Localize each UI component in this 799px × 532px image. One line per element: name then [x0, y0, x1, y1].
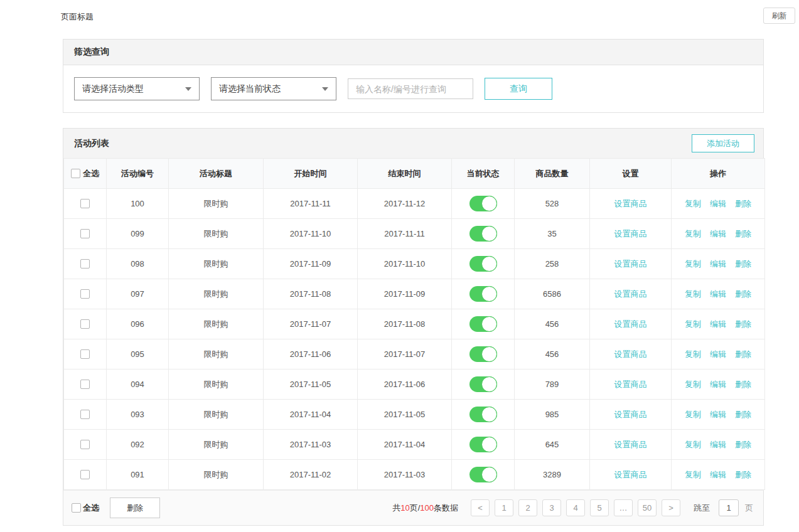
records-summary: 共10页/100条数据	[392, 503, 458, 514]
status-toggle[interactable]	[469, 316, 497, 332]
delete-link[interactable]: 删除	[735, 380, 751, 389]
status-toggle[interactable]	[469, 256, 497, 272]
row-start-date: 2017-11-04	[264, 400, 358, 430]
set-products-link[interactable]: 设置商品	[614, 410, 647, 419]
set-products-link[interactable]: 设置商品	[614, 440, 647, 449]
row-ops-cell: 复制编辑删除	[672, 460, 765, 490]
pagination-area: 共10页/100条数据 <12345…50> 跳至 页	[392, 499, 753, 516]
footer-delete-button[interactable]: 删除	[110, 497, 160, 518]
page-button[interactable]: 2	[518, 499, 537, 516]
edit-link[interactable]: 编辑	[710, 319, 726, 329]
row-checkbox[interactable]	[80, 440, 90, 449]
row-checkbox[interactable]	[80, 470, 90, 479]
row-checkbox[interactable]	[80, 349, 90, 359]
page-button[interactable]: 50	[638, 499, 657, 516]
page-button[interactable]: >	[662, 499, 680, 516]
column-header-id: 活动编号	[107, 159, 169, 189]
activity-type-select[interactable]: 请选择活动类型	[74, 77, 200, 100]
search-input[interactable]	[348, 78, 473, 99]
edit-link[interactable]: 编辑	[710, 470, 726, 479]
copy-link[interactable]: 复制	[685, 319, 701, 329]
status-toggle[interactable]	[469, 286, 497, 302]
set-products-link[interactable]: 设置商品	[614, 470, 647, 479]
row-status-cell	[452, 279, 515, 309]
row-checkbox[interactable]	[80, 199, 90, 208]
status-toggle[interactable]	[469, 376, 497, 392]
row-count: 645	[515, 430, 590, 460]
page-button[interactable]: <	[471, 499, 490, 516]
page-button[interactable]: 5	[590, 499, 609, 516]
copy-link[interactable]: 复制	[685, 349, 701, 359]
set-products-link[interactable]: 设置商品	[614, 349, 647, 359]
row-checkbox[interactable]	[80, 229, 90, 238]
page-button[interactable]: 3	[542, 499, 561, 516]
row-checkbox[interactable]	[80, 410, 90, 419]
status-toggle[interactable]	[469, 407, 497, 422]
status-toggle[interactable]	[469, 226, 497, 242]
summary-pages: 10	[400, 503, 409, 513]
set-products-link[interactable]: 设置商品	[614, 259, 647, 269]
edit-link[interactable]: 编辑	[710, 349, 726, 359]
row-ops-cell: 复制编辑删除	[672, 430, 765, 460]
refresh-button[interactable]: 刷新	[763, 8, 795, 24]
set-products-link[interactable]: 设置商品	[614, 199, 647, 208]
search-button[interactable]: 查询	[485, 78, 552, 100]
add-activity-button[interactable]: 添加活动	[692, 134, 754, 152]
set-products-link[interactable]: 设置商品	[614, 229, 647, 238]
edit-link[interactable]: 编辑	[710, 229, 726, 238]
row-status-cell	[452, 219, 515, 249]
delete-link[interactable]: 删除	[735, 440, 751, 449]
current-status-select[interactable]: 请选择当前状态	[211, 77, 336, 100]
set-products-link[interactable]: 设置商品	[614, 380, 647, 389]
toggle-knob	[481, 346, 497, 362]
delete-link[interactable]: 删除	[735, 410, 751, 419]
summary-total: 100	[420, 503, 434, 513]
copy-link[interactable]: 复制	[685, 199, 701, 208]
copy-link[interactable]: 复制	[685, 229, 701, 238]
table-body: 100限时购2017-11-112017-11-12528设置商品复制编辑删除0…	[64, 189, 765, 490]
copy-link[interactable]: 复制	[685, 380, 701, 389]
edit-link[interactable]: 编辑	[710, 410, 726, 419]
copy-link[interactable]: 复制	[685, 470, 701, 479]
delete-link[interactable]: 删除	[735, 349, 751, 359]
status-toggle[interactable]	[469, 196, 497, 211]
delete-link[interactable]: 删除	[735, 199, 751, 208]
page-button[interactable]: 1	[495, 499, 513, 516]
set-products-link[interactable]: 设置商品	[614, 289, 647, 299]
delete-link[interactable]: 删除	[735, 259, 751, 269]
row-count: 456	[515, 339, 590, 370]
copy-link[interactable]: 复制	[685, 259, 701, 269]
row-settings-cell: 设置商品	[590, 189, 672, 219]
delete-link[interactable]: 删除	[735, 229, 751, 238]
edit-link[interactable]: 编辑	[710, 199, 726, 208]
select-all-checkbox[interactable]	[71, 169, 80, 178]
row-checkbox[interactable]	[80, 259, 90, 269]
row-checkbox[interactable]	[80, 289, 90, 299]
row-checkbox[interactable]	[80, 319, 90, 329]
delete-link[interactable]: 删除	[735, 289, 751, 299]
page-title: 页面标题	[61, 11, 94, 23]
page-button[interactable]: 4	[566, 499, 585, 516]
jump-page-input[interactable]	[719, 499, 739, 516]
edit-link[interactable]: 编辑	[710, 259, 726, 269]
copy-link[interactable]: 复制	[685, 410, 701, 419]
toggle-knob	[481, 437, 497, 452]
row-start-date: 2017-11-10	[264, 219, 358, 249]
set-products-link[interactable]: 设置商品	[614, 319, 647, 329]
delete-link[interactable]: 删除	[735, 470, 751, 479]
footer-select-all-checkbox[interactable]	[72, 503, 81, 513]
table-row: 093限时购2017-11-042017-11-05985设置商品复制编辑删除	[64, 400, 765, 430]
status-toggle[interactable]	[469, 437, 497, 452]
table-row: 097限时购2017-11-082017-11-096586设置商品复制编辑删除	[64, 279, 765, 309]
edit-link[interactable]: 编辑	[710, 380, 726, 389]
row-checkbox[interactable]	[80, 380, 90, 389]
edit-link[interactable]: 编辑	[710, 289, 726, 299]
status-toggle[interactable]	[469, 467, 497, 482]
edit-link[interactable]: 编辑	[710, 440, 726, 449]
row-end-date: 2017-11-07	[358, 339, 452, 370]
page-button[interactable]: …	[614, 499, 633, 516]
status-toggle[interactable]	[469, 346, 497, 362]
delete-link[interactable]: 删除	[735, 319, 751, 329]
copy-link[interactable]: 复制	[685, 440, 701, 449]
copy-link[interactable]: 复制	[685, 289, 701, 299]
